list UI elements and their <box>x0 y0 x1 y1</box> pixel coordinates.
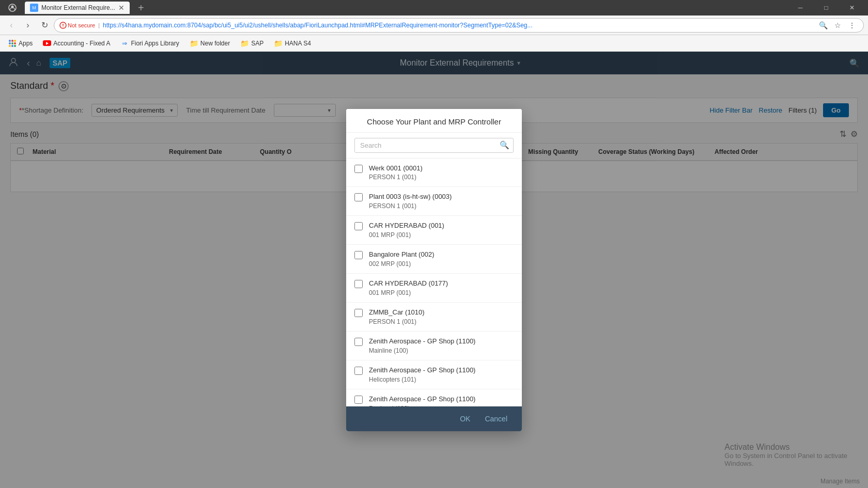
modal-item-text: ZMMB_Car (1010) PERSON 1 (001) <box>369 308 514 326</box>
bookmark-fiori-label: Fiori Apps Library <box>131 40 179 47</box>
title-bar: M Monitor External Require... ✕ + ─ □ ✕ <box>0 0 868 15</box>
more-options-button[interactable]: ⋮ <box>846 19 858 32</box>
folder-icon: 📁 <box>190 39 198 48</box>
hana-folder-icon: 📁 <box>274 39 283 48</box>
minimize-button[interactable]: ─ <box>788 0 812 15</box>
active-tab[interactable]: M Monitor External Require... ✕ <box>25 2 130 14</box>
bookmark-fiori[interactable]: ⇒ Fiori Apps Library <box>116 37 183 50</box>
modal-item-checkbox[interactable] <box>354 251 363 259</box>
bookmark-accounting-label: Accounting - Fixed A <box>53 40 110 47</box>
new-tab-button[interactable]: + <box>134 1 148 15</box>
modal-item-text: Bangalore Plant (002) 002 MRP (001) <box>369 250 514 268</box>
bookmark-sap[interactable]: 📁 SAP <box>236 37 268 50</box>
modal-list: Werk 0001 (0001) PERSON 1 (001) Plant 00… <box>346 159 522 406</box>
bookmark-accounting[interactable]: Accounting - Fixed A <box>39 37 114 50</box>
modal-search-row: 🔍 <box>346 133 522 159</box>
address-icons: 🔍 ☆ ⋮ <box>817 19 858 32</box>
modal-cancel-button[interactable]: Cancel <box>481 413 512 425</box>
modal-item-sub: Mainline (100) <box>369 347 514 355</box>
modal-footer: OK Cancel <box>346 406 522 431</box>
modal-item-name: Zenith Aerospace - GP Shop (1100) <box>369 337 514 346</box>
modal-item-sub: Regional (102) <box>369 404 514 406</box>
modal-item-name: Bangalore Plant (002) <box>369 250 514 259</box>
modal-item-sub: 001 MRP (001) <box>369 231 514 240</box>
bookmark-hana[interactable]: 📁 HANA S4 <box>270 37 315 50</box>
modal-item-sub: 002 MRP (001) <box>369 260 514 269</box>
modal-item-sub: Helicopters (101) <box>369 375 514 384</box>
sap-folder-icon: 📁 <box>240 39 249 48</box>
modal-item-checkbox[interactable] <box>354 280 363 288</box>
modal-item-name: Werk 0001 (0001) <box>369 164 514 173</box>
modal-item-text: Zenith Aerospace - GP Shop (1100) Helico… <box>369 366 514 384</box>
modal-list-item[interactable]: ZMMB_Car (1010) PERSON 1 (001) <box>346 303 522 332</box>
modal-search-icon: 🔍 <box>500 140 509 150</box>
url-text: https://s4hana.mydomain.com:8704/sap/bc/… <box>103 22 814 29</box>
bookmark-hana-label: HANA S4 <box>285 40 311 47</box>
modal-ok-button[interactable]: OK <box>456 413 474 425</box>
modal-list-item[interactable]: Bangalore Plant (002) 002 MRP (001) <box>346 245 522 274</box>
modal-item-name: ZMMB_Car (1010) <box>369 308 514 317</box>
modal-overlay[interactable]: Choose Your Plant and MRP Controller 🔍 W… <box>0 52 868 488</box>
bookmark-new-folder-label: New folder <box>200 40 230 47</box>
tab-close-button[interactable]: ✕ <box>118 4 125 11</box>
back-button[interactable]: ‹ <box>4 18 19 33</box>
modal-item-sub: PERSON 1 (001) <box>369 202 514 211</box>
modal-item-sub: PERSON 1 (001) <box>369 173 514 182</box>
modal-list-item[interactable]: CAR HYDERABAD (0177) 001 MRP (001) <box>346 274 522 303</box>
modal-header: Choose Your Plant and MRP Controller <box>346 109 522 133</box>
modal-list-item[interactable]: Plant 0003 (is-ht-sw) (0003) PERSON 1 (0… <box>346 187 522 216</box>
forward-button[interactable]: › <box>21 18 35 33</box>
fiori-icon: ⇒ <box>120 39 129 48</box>
modal-item-checkbox[interactable] <box>354 396 363 404</box>
window-controls: ─ □ ✕ <box>788 0 864 15</box>
modal-list-item[interactable]: Werk 0001 (0001) PERSON 1 (001) <box>346 159 522 187</box>
modal-item-checkbox[interactable] <box>354 193 363 201</box>
modal-item-text: Zenith Aerospace - GP Shop (1100) Mainli… <box>369 337 514 355</box>
modal-list-item[interactable]: Zenith Aerospace - GP Shop (1100) Region… <box>346 389 522 406</box>
modal-search-input[interactable] <box>354 138 514 153</box>
bookmark-star-button[interactable]: ☆ <box>831 19 844 32</box>
modal-item-text: Zenith Aerospace - GP Shop (1100) Region… <box>369 395 514 406</box>
modal-item-sub: PERSON 1 (001) <box>369 318 514 326</box>
sap-app: ‹ ⌂ SAP Monitor External Requirements ▾ … <box>0 52 868 488</box>
modal-item-name: CAR HYDERABAD (001) <box>369 221 514 230</box>
modal-item-checkbox[interactable] <box>354 309 363 317</box>
reload-button[interactable]: ↻ <box>37 18 52 33</box>
modal-list-item[interactable]: Zenith Aerospace - GP Shop (1100) Helico… <box>346 360 522 389</box>
address-bar-row: ‹ › ↻ Not secure | https://s4hana.mydoma… <box>0 15 868 35</box>
bookmark-sap-label: SAP <box>251 40 264 47</box>
modal-item-text: CAR HYDERABAD (0177) 001 MRP (001) <box>369 279 514 297</box>
modal-item-checkbox[interactable] <box>354 222 363 230</box>
modal-item-text: Plant 0003 (is-ht-sw) (0003) PERSON 1 (0… <box>369 192 514 210</box>
modal-item-sub: 001 MRP (001) <box>369 289 514 297</box>
modal-item-checkbox[interactable] <box>354 165 363 173</box>
apps-grid-icon <box>8 39 17 48</box>
modal-list-item[interactable]: CAR HYDERABAD (001) 001 MRP (001) <box>346 216 522 245</box>
modal-item-checkbox[interactable] <box>354 338 363 346</box>
modal-dialog: Choose Your Plant and MRP Controller 🔍 W… <box>346 109 522 431</box>
tab-title: Monitor External Require... <box>41 4 115 11</box>
svg-point-4 <box>63 26 64 27</box>
bookmark-apps[interactable]: Apps <box>4 37 37 50</box>
search-icon-btn[interactable]: 🔍 <box>817 19 829 32</box>
tab-favicon: M <box>30 4 38 12</box>
modal-item-name: CAR HYDERABAD (0177) <box>369 279 514 288</box>
maximize-button[interactable]: □ <box>814 0 838 15</box>
modal-item-text: Werk 0001 (0001) PERSON 1 (001) <box>369 164 514 182</box>
profile-button[interactable] <box>4 1 21 15</box>
modal-item-name: Plant 0003 (is-ht-sw) (0003) <box>369 192 514 201</box>
modal-item-checkbox[interactable] <box>354 367 363 375</box>
modal-item-text: CAR HYDERABAD (001) 001 MRP (001) <box>369 221 514 239</box>
bookmarks-bar: Apps Accounting - Fixed A ⇒ Fiori Apps L… <box>0 35 868 52</box>
modal-item-name: Zenith Aerospace - GP Shop (1100) <box>369 366 514 375</box>
bookmark-apps-label: Apps <box>19 40 33 47</box>
bookmark-new-folder[interactable]: 📁 New folder <box>185 37 234 50</box>
youtube-icon <box>43 39 51 48</box>
close-button[interactable]: ✕ <box>840 0 864 15</box>
modal-list-item[interactable]: Zenith Aerospace - GP Shop (1100) Mainli… <box>346 332 522 360</box>
security-warning: Not secure <box>59 22 95 29</box>
address-bar[interactable]: Not secure | https://s4hana.mydomain.com… <box>54 18 864 33</box>
modal-item-name: Zenith Aerospace - GP Shop (1100) <box>369 395 514 404</box>
browser-chrome: M Monitor External Require... ✕ + ─ □ ✕ … <box>0 0 868 52</box>
